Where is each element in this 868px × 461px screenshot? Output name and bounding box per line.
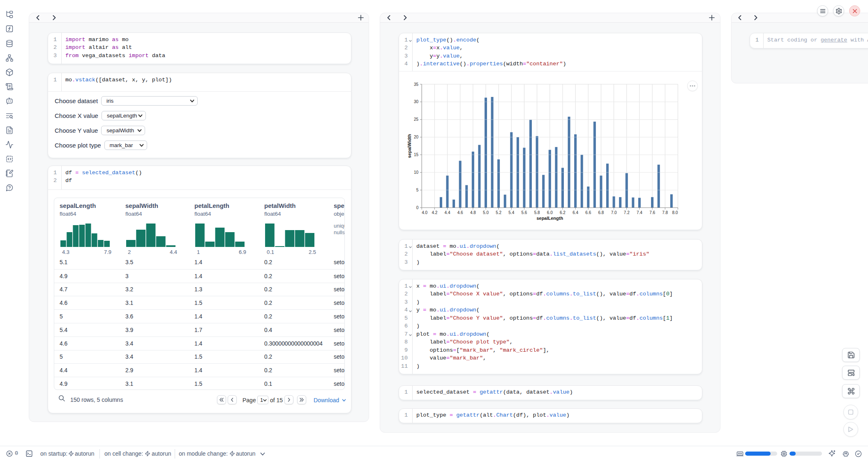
svg-text:5.2: 5.2 xyxy=(496,210,501,215)
svg-text:6.0: 6.0 xyxy=(547,210,553,215)
svg-text:6.4: 6.4 xyxy=(573,210,578,215)
svg-text:5.6: 5.6 xyxy=(522,210,527,215)
svg-text:6.6: 6.6 xyxy=(585,210,591,215)
svg-text:7.2: 7.2 xyxy=(624,210,630,215)
svg-text:10: 10 xyxy=(414,170,419,175)
svg-text:4.8: 4.8 xyxy=(470,210,476,215)
svg-text:5.4: 5.4 xyxy=(508,210,514,215)
svg-text:0: 0 xyxy=(416,205,419,210)
svg-text:8.0: 8.0 xyxy=(672,210,678,215)
svg-text:4.4: 4.4 xyxy=(445,210,450,215)
svg-text:25: 25 xyxy=(414,117,419,122)
svg-text:4.2: 4.2 xyxy=(432,210,437,215)
svg-text:sepalLength: sepalLength xyxy=(536,216,563,221)
svg-text:30: 30 xyxy=(414,99,419,104)
svg-text:20: 20 xyxy=(414,135,419,139)
svg-text:4.6: 4.6 xyxy=(457,210,463,215)
svg-text:7.4: 7.4 xyxy=(637,210,642,215)
svg-text:7.8: 7.8 xyxy=(662,210,668,215)
svg-text:5.8: 5.8 xyxy=(534,210,540,215)
svg-text:15: 15 xyxy=(414,152,419,157)
svg-text:7.6: 7.6 xyxy=(649,210,655,215)
svg-text:4.0: 4.0 xyxy=(422,210,427,215)
svg-text:35: 35 xyxy=(414,82,419,87)
svg-text:5.0: 5.0 xyxy=(483,210,489,215)
svg-text:6.8: 6.8 xyxy=(598,210,604,215)
svg-text:sepalWidth: sepalWidth xyxy=(407,134,412,158)
svg-text:5: 5 xyxy=(416,188,419,192)
svg-text:7.0: 7.0 xyxy=(611,210,617,215)
svg-text:6.2: 6.2 xyxy=(560,210,566,215)
